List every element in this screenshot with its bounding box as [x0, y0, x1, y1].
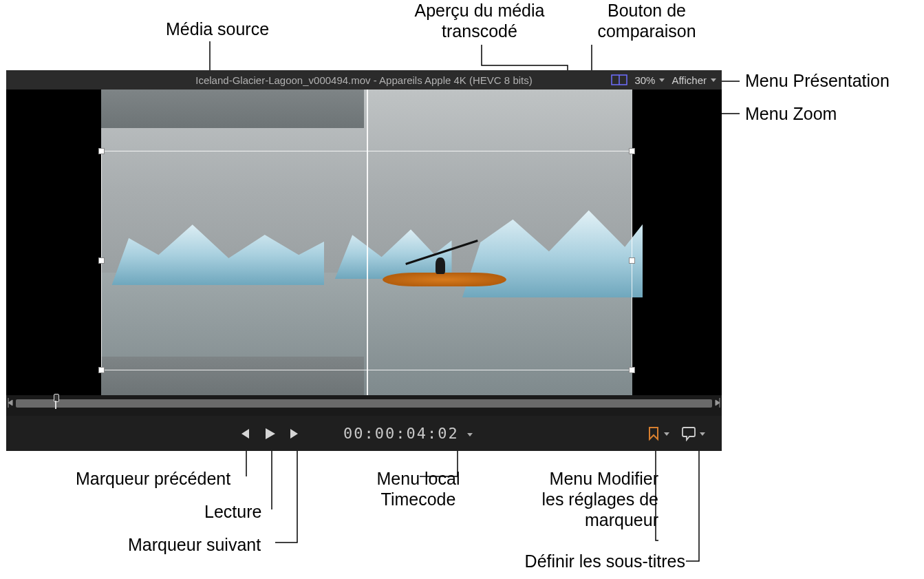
label-media-source: Média source: [166, 19, 269, 39]
out-point-icon[interactable]: [714, 397, 721, 409]
chevron-down-icon: [661, 428, 669, 439]
titlebar: Iceland-Glacier-Lagoon_v000494.mov - App…: [6, 70, 722, 90]
prev-marker-button[interactable]: [232, 416, 257, 451]
encode-preset: Appareils Apple 4K (HEVC 8 bits): [379, 74, 533, 86]
crop-handle-mr[interactable]: [629, 257, 635, 264]
preview-window: Iceland-Glacier-Lagoon_v000494.mov - App…: [6, 70, 722, 451]
captions-button[interactable]: [675, 416, 711, 451]
viewer[interactable]: [6, 90, 722, 395]
label-zoom-menu: Menu Zoom: [745, 103, 837, 124]
label-transcoded-preview: Aperçu du médiatranscodé: [390, 0, 569, 41]
compare-divider[interactable]: [367, 90, 368, 395]
crop-handle-br[interactable]: [629, 367, 635, 373]
play-button[interactable]: [257, 416, 283, 451]
label-marker-menu: Menu Modifierles réglages demarqueur: [521, 468, 658, 530]
crop-handle-tl[interactable]: [98, 148, 105, 154]
compare-button[interactable]: [611, 74, 627, 85]
letterbox-top: [101, 90, 364, 128]
chevron-down-icon: [697, 428, 705, 439]
label-prev-marker: Marqueur précédent: [76, 468, 230, 489]
control-bar: 00:00:04:02: [6, 416, 722, 451]
window-title: Iceland-Glacier-Lagoon_v000494.mov - App…: [195, 74, 532, 86]
zoom-value: 30%: [634, 74, 655, 86]
label-captions: Définir les sous-titres: [496, 551, 685, 571]
scrub-track[interactable]: [16, 399, 712, 408]
playhead[interactable]: [52, 394, 60, 409]
timeline-scrubber[interactable]: [6, 395, 722, 416]
zoom-menu[interactable]: 30%: [634, 74, 665, 86]
in-point-icon[interactable]: [7, 397, 14, 409]
marker-settings-button[interactable]: [641, 416, 675, 451]
view-menu[interactable]: Afficher: [671, 74, 716, 86]
label-presentation-menu: Menu Présentation: [745, 70, 890, 91]
view-menu-label: Afficher: [671, 74, 707, 86]
label-play: Lecture: [204, 501, 261, 522]
crop-handle-tr[interactable]: [629, 148, 635, 154]
label-compare-button: Bouton decomparaison: [585, 0, 709, 41]
timecode-menu-chevron[interactable]: [464, 425, 473, 442]
next-marker-button[interactable]: [283, 416, 308, 451]
crop-handle-ml[interactable]: [98, 257, 105, 264]
timecode-value: 00:00:04:02: [343, 425, 459, 442]
preview-canvas: [101, 90, 632, 395]
source-filename: Iceland-Glacier-Lagoon_v000494.mov: [195, 74, 370, 86]
label-next-marker: Marqueur suivant: [128, 534, 261, 555]
crop-handle-bl[interactable]: [98, 367, 105, 373]
timecode-display[interactable]: 00:00:04:02: [343, 425, 473, 442]
label-timecode-menu: Menu localTimecode: [363, 468, 473, 509]
